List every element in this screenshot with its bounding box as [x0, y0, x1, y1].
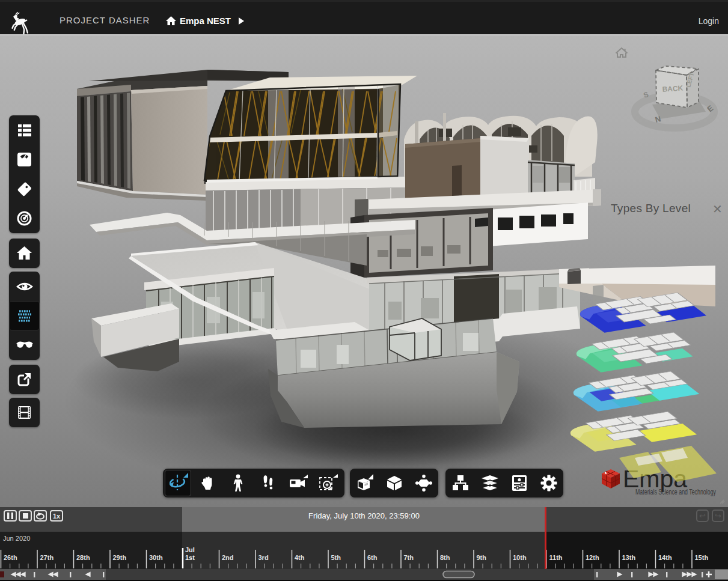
svg-text:11th: 11th	[549, 554, 563, 561]
svg-text:Materials Science and Technolo: Materials Science and Technology	[635, 488, 717, 496]
svg-text:14th: 14th	[658, 554, 672, 561]
svg-text:13th: 13th	[622, 554, 636, 561]
svg-text:3rd: 3rd	[258, 554, 269, 561]
svg-text:Jul: Jul	[185, 546, 195, 553]
svg-text:9th: 9th	[477, 554, 487, 561]
svg-text:BACK: BACK	[662, 84, 684, 93]
svg-text:4th: 4th	[295, 554, 305, 561]
svg-text:5th: 5th	[331, 554, 341, 561]
svg-text:28th: 28th	[76, 554, 90, 561]
svg-text:10th: 10th	[513, 554, 527, 561]
svg-text:12th: 12th	[586, 554, 599, 561]
svg-text:8th: 8th	[440, 554, 450, 561]
svg-text:15th: 15th	[695, 554, 709, 561]
svg-text:2nd: 2nd	[222, 554, 234, 561]
svg-text:29th: 29th	[113, 554, 127, 561]
svg-text:26th: 26th	[4, 554, 17, 561]
svg-text:30th: 30th	[149, 554, 163, 561]
svg-text:1st: 1st	[185, 554, 195, 561]
svg-text:7th: 7th	[404, 554, 414, 561]
svg-text:6th: 6th	[367, 554, 378, 561]
svg-text:27th: 27th	[40, 554, 54, 561]
